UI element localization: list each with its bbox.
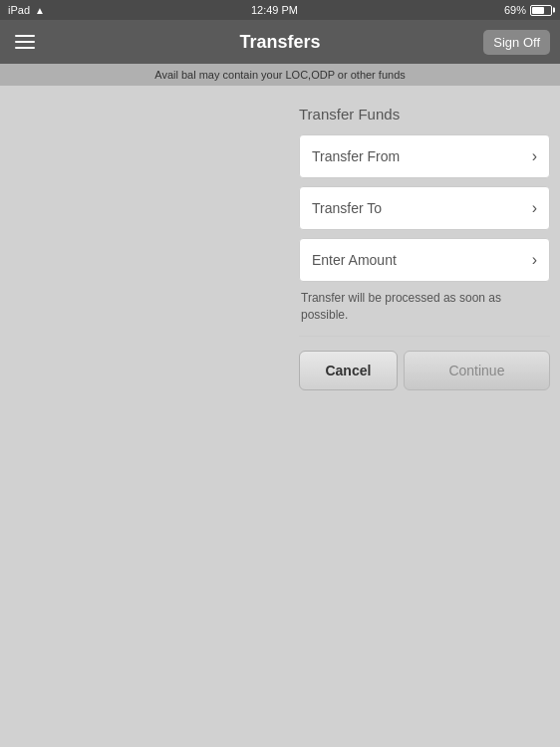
cancel-button[interactable]: Cancel bbox=[299, 351, 398, 390]
continue-button[interactable]: Continue bbox=[404, 351, 550, 390]
battery-icon bbox=[530, 5, 552, 16]
enter-amount-chevron-icon: › bbox=[532, 251, 537, 269]
info-message: Avail bal may contain your LOC,ODP or ot… bbox=[154, 69, 406, 81]
menu-icon[interactable] bbox=[10, 30, 40, 54]
transfer-to-label: Transfer To bbox=[312, 200, 382, 216]
battery-percent: 69% bbox=[504, 4, 526, 16]
transfer-to-field[interactable]: Transfer To › bbox=[299, 186, 550, 230]
transfer-to-chevron-icon: › bbox=[532, 199, 537, 217]
button-row: Cancel Continue bbox=[299, 351, 550, 390]
status-left: iPad ▲ bbox=[8, 4, 45, 16]
transfer-from-field[interactable]: Transfer From › bbox=[299, 134, 550, 178]
wifi-icon: ▲ bbox=[35, 5, 45, 16]
nav-bar: Transfers Sign Off bbox=[0, 20, 560, 64]
sign-off-button[interactable]: Sign Off bbox=[483, 30, 550, 55]
status-right: 69% bbox=[504, 4, 552, 16]
info-bar: Avail bal may contain your LOC,ODP or ot… bbox=[0, 64, 560, 86]
status-bar: iPad ▲ 12:49 PM 69% bbox=[0, 0, 560, 20]
status-time: 12:49 PM bbox=[251, 4, 298, 16]
enter-amount-label: Enter Amount bbox=[312, 252, 397, 268]
device-label: iPad bbox=[8, 4, 30, 16]
enter-amount-field[interactable]: Enter Amount › bbox=[299, 238, 550, 282]
transfer-from-chevron-icon: › bbox=[532, 147, 537, 165]
page-title: Transfers bbox=[239, 32, 320, 53]
divider bbox=[299, 336, 550, 337]
transfer-note: Transfer will be processed as soon as po… bbox=[299, 290, 550, 324]
main-content: Transfer Funds Transfer From › Transfer … bbox=[0, 86, 560, 747]
left-panel bbox=[0, 86, 289, 747]
right-panel: Transfer Funds Transfer From › Transfer … bbox=[289, 86, 560, 747]
section-title: Transfer Funds bbox=[299, 106, 550, 123]
transfer-from-label: Transfer From bbox=[312, 148, 400, 164]
